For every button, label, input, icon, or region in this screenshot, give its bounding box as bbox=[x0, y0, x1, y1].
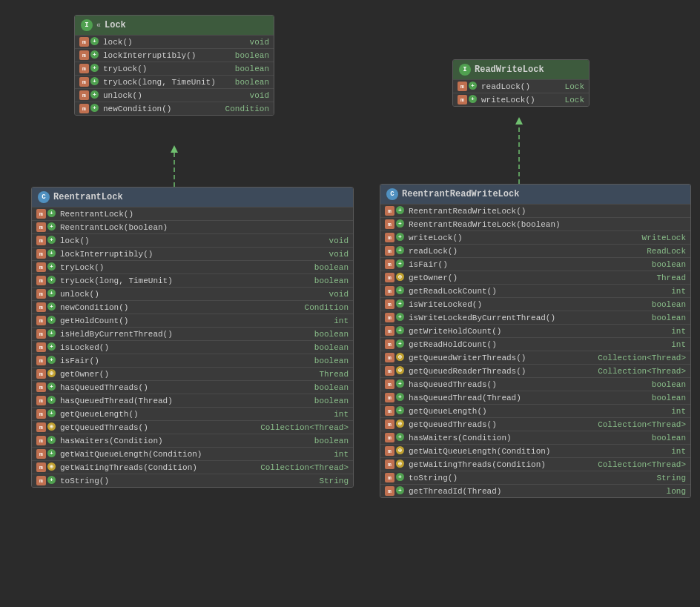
method-badge: m bbox=[36, 409, 46, 419]
table-row: m + isFair() boolean bbox=[32, 354, 353, 367]
return-type: String bbox=[319, 477, 349, 485]
access-icon: ⊕ bbox=[396, 419, 404, 428]
table-row: m + tryLock(long, TimeUnit) boolean bbox=[75, 75, 274, 88]
row-icons: m ⊕ bbox=[385, 353, 406, 362]
method-name: tryLock(long, TimeUnit) bbox=[60, 276, 311, 285]
reentrantlock-class: C ReentrantLock m + ReentrantLock() m + … bbox=[31, 187, 354, 488]
row-icons: m + bbox=[36, 262, 57, 272]
table-row: m + ReentrantReadWriteLock() bbox=[380, 204, 690, 217]
reentrantreadwritelock-class: C ReentrantReadWriteLock m + ReentrantRe… bbox=[380, 184, 691, 498]
method-badge: m bbox=[36, 356, 46, 365]
method-badge: m bbox=[36, 329, 46, 339]
return-type: Thread bbox=[656, 273, 686, 282]
method-name: tryLock() bbox=[60, 263, 311, 272]
method-name: ReentrantLock() bbox=[60, 210, 349, 219]
method-badge: m bbox=[36, 382, 46, 392]
return-type: Collection<Thread> bbox=[260, 423, 349, 432]
method-badge: m bbox=[36, 436, 46, 445]
method-name: hasQueuedThread(Thread) bbox=[60, 397, 311, 405]
method-badge: m bbox=[385, 366, 394, 376]
method-name: getReadHoldCount() bbox=[409, 340, 668, 349]
method-badge: m bbox=[458, 95, 467, 105]
access-icon: + bbox=[396, 259, 404, 268]
return-type: boolean bbox=[652, 314, 686, 322]
return-type: int bbox=[334, 450, 349, 459]
row-icons: m + bbox=[36, 329, 57, 339]
table-row: m + writeLock() Lock bbox=[453, 93, 589, 106]
method-badge: m bbox=[36, 289, 46, 299]
table-row: m + getReadLockCount() int bbox=[380, 284, 690, 297]
table-row: m + hasWaiters(Condition) boolean bbox=[32, 434, 353, 447]
access-icon: + bbox=[396, 379, 404, 388]
access-icon: + bbox=[469, 82, 477, 90]
method-name: getWaitQueueLength(Condition) bbox=[409, 447, 668, 456]
table-row: m ⊕ getQueuedThreads() Collection<Thread… bbox=[380, 417, 690, 431]
row-icons: m + bbox=[36, 449, 57, 459]
method-badge: m bbox=[385, 393, 394, 402]
table-row: m + hasQueuedThreads() boolean bbox=[32, 380, 353, 394]
table-row: m + ReentrantLock() bbox=[32, 207, 353, 220]
table-row: m + lockInterruptibly() void bbox=[32, 247, 353, 260]
row-icons: m + bbox=[79, 64, 100, 73]
method-name: isHeldByCurrentThread() bbox=[60, 330, 311, 339]
row-icons: m ⊕ bbox=[36, 462, 57, 472]
method-name: getWriteHoldCount() bbox=[409, 327, 668, 336]
method-badge: m bbox=[79, 104, 89, 113]
readwritelock-class: I ReadWriteLock m + readLock() Lock m + … bbox=[452, 59, 590, 107]
method-badge: m bbox=[36, 262, 46, 272]
method-name: getWaitQueueLength(Condition) bbox=[60, 450, 331, 459]
access-icon: + bbox=[47, 382, 56, 391]
table-row: m + readLock() Lock bbox=[453, 79, 589, 93]
method-badge: m bbox=[385, 419, 394, 429]
method-name: tryLock(long, TimeUnit) bbox=[103, 78, 232, 87]
method-badge: m bbox=[385, 433, 394, 442]
row-icons: m + bbox=[36, 476, 57, 485]
row-icons: m ⊕ bbox=[385, 366, 406, 376]
return-type: Lock bbox=[565, 96, 584, 105]
method-name: lockInterruptibly() bbox=[60, 250, 326, 259]
method-badge: m bbox=[79, 50, 89, 60]
table-row: m + isWriteLockedByCurrentThread() boole… bbox=[380, 311, 690, 324]
return-type: Lock bbox=[565, 82, 584, 91]
row-icons: m ⊕ bbox=[36, 369, 57, 379]
access-icon: + bbox=[47, 276, 56, 284]
return-type: long bbox=[667, 487, 686, 496]
return-type: Thread bbox=[319, 370, 349, 379]
row-icons: m + bbox=[385, 473, 406, 482]
return-type: void bbox=[329, 250, 349, 259]
return-type: boolean bbox=[314, 343, 349, 352]
return-type: Collection<Thread> bbox=[598, 367, 686, 376]
table-row: m + newCondition() Condition bbox=[32, 300, 353, 314]
row-icons: m + bbox=[79, 104, 100, 113]
method-badge: m bbox=[385, 446, 394, 456]
method-name: unlock() bbox=[103, 91, 247, 100]
method-name: isFair() bbox=[60, 356, 311, 365]
access-icon: + bbox=[469, 95, 477, 103]
method-name: getQueueLength() bbox=[409, 407, 668, 416]
method-badge: m bbox=[36, 462, 46, 472]
method-badge: m bbox=[458, 82, 467, 91]
return-type: void bbox=[250, 38, 269, 47]
access-icon: + bbox=[47, 236, 56, 244]
access-icon: ⊕ bbox=[396, 273, 404, 281]
method-name: newCondition() bbox=[103, 105, 222, 113]
table-row: m ⊕ getOwner() Thread bbox=[380, 271, 690, 284]
row-icons: m + bbox=[458, 82, 478, 91]
access-icon: ⊕ bbox=[47, 462, 56, 471]
method-name: isLocked() bbox=[60, 343, 311, 352]
return-type: int bbox=[671, 287, 686, 296]
access-icon: + bbox=[47, 476, 56, 484]
row-icons: m + bbox=[36, 316, 57, 325]
method-badge: m bbox=[385, 353, 394, 362]
method-name: getQueuedWriterThreads() bbox=[409, 354, 595, 362]
access-icon: ⊕ bbox=[396, 353, 404, 361]
method-badge: m bbox=[36, 209, 46, 219]
table-row: m + hasQueuedThread(Thread) boolean bbox=[380, 391, 690, 404]
rwlock-type-icon: I bbox=[459, 64, 471, 76]
table-row: m + isLocked() boolean bbox=[32, 340, 353, 354]
access-icon: + bbox=[396, 313, 404, 321]
table-row: m ⊕ getWaitQueueLength(Condition) int bbox=[380, 444, 690, 457]
method-name: writeLock() bbox=[481, 96, 562, 105]
row-icons: m + bbox=[385, 259, 406, 269]
row-icons: m + bbox=[36, 302, 57, 312]
